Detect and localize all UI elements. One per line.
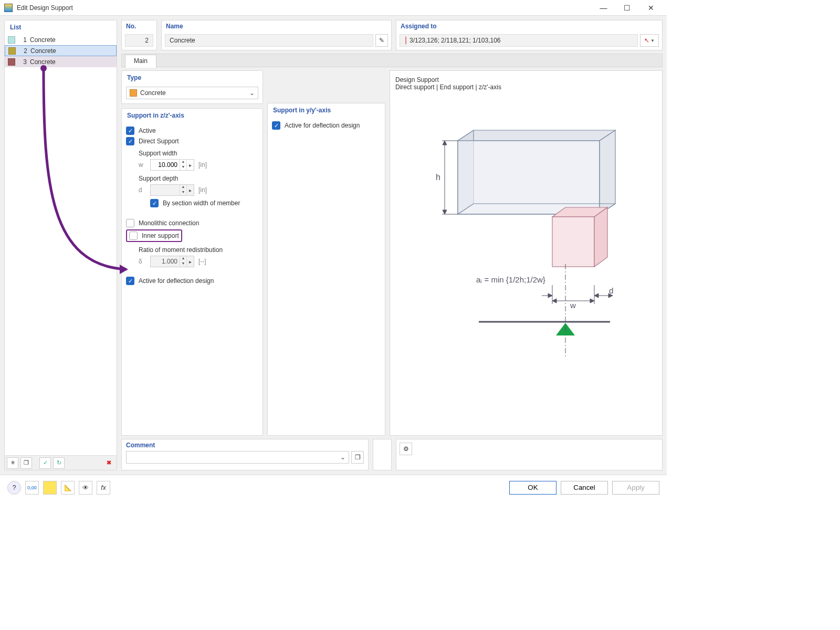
swatch-icon — [130, 89, 137, 97]
copy-item-button[interactable]: ❐ — [20, 457, 32, 469]
zz-panel: Support in z/z'-axis ✓ Active ✓ Direct S… — [121, 108, 263, 436]
svg-rect-2 — [458, 141, 600, 214]
checkbox-icon — [126, 219, 134, 227]
w-symbol: w — [139, 161, 146, 169]
list-label: Concrete — [30, 58, 56, 66]
assigned-value: 3/123,126; 2/118,121; 1/103,106 — [410, 37, 501, 44]
tab-main[interactable]: Main — [125, 55, 156, 68]
member-icon: ⎮ — [404, 37, 407, 44]
comment-list-button[interactable]: ❐ — [351, 451, 364, 464]
cursor-icon: ↖ — [644, 37, 649, 44]
preview-buttons-panel: ⚙ — [396, 439, 663, 470]
svg-marker-0 — [458, 130, 615, 141]
ratio-row: δ ▲▼ ▸ [--] — [139, 256, 258, 267]
by-section-checkbox[interactable]: ✓ By section width of member — [150, 199, 258, 207]
svg-marker-15 — [590, 299, 594, 303]
chevron-down-icon: ⌄ — [340, 454, 345, 461]
delete-button[interactable]: ✖ — [103, 457, 114, 469]
side-square — [373, 439, 392, 470]
preview-diagram: h aᵢ = min {1/2h;1/2w} — [395, 91, 657, 364]
swatch-icon — [8, 58, 15, 66]
preview-panel: Design Support Direct support | End supp… — [390, 70, 663, 436]
left-column: List 1 Concrete 2 Concrete 3 Concrete — [4, 20, 117, 470]
h-label: h — [436, 173, 440, 182]
support-width-row: w ▲▼ ▸ [in] — [139, 159, 258, 171]
list-title: List — [5, 20, 117, 34]
ratio-input: ▲▼ ▸ — [150, 256, 194, 267]
refresh-button[interactable]: ↻ — [53, 457, 65, 469]
active-deflection-zz-checkbox[interactable]: ✓ Active for deflection design — [126, 277, 258, 285]
header-row: No. 2 Name Concrete ✎ Assigned to ⎮ 3/12… — [121, 20, 663, 50]
app-icon — [4, 4, 13, 12]
zz-title: Support in z/z'-axis — [122, 109, 262, 122]
apply-button[interactable]: Apply — [612, 481, 659, 495]
list-item[interactable]: 2 Concrete — [5, 45, 117, 56]
cancel-button[interactable]: Cancel — [561, 481, 608, 495]
pick-button[interactable]: ↖ ▼ — [640, 34, 659, 47]
form-mid-column: Support in y/y'-axis ✓ Active for deflec… — [267, 70, 385, 436]
support-depth-row: d ▲▼ ▸ [in] — [139, 184, 258, 196]
assigned-input[interactable]: ⎮ 3/123,126; 2/118,121; 1/103,106 — [400, 34, 638, 47]
preview-settings-button[interactable]: ⚙ — [400, 443, 412, 455]
more-button: ▸ — [186, 256, 194, 267]
list-panel: List 1 Concrete 2 Concrete 3 Concrete — [4, 20, 117, 470]
yy-active-defl-label: Active for deflection design — [285, 122, 360, 129]
list-label: Concrete — [30, 47, 56, 55]
edit-name-button[interactable]: ✎ — [375, 34, 388, 47]
list-num: 2 — [19, 47, 27, 55]
direct-label: Direct Support — [139, 138, 179, 145]
support-depth-label: Support depth — [139, 175, 258, 182]
inner-support-checkbox[interactable]: Inner support — [129, 232, 179, 240]
list-body: 1 Concrete 2 Concrete 3 Concrete — [5, 34, 117, 455]
delta-value — [151, 258, 180, 265]
form-left-column: Type Concrete ⌄ Support in z/z'-axis ✓ — [121, 70, 263, 436]
content-area: List 1 Concrete 2 Concrete 3 Concrete — [0, 16, 667, 475]
monolithic-checkbox[interactable]: Monolithic connection — [126, 219, 258, 227]
axis-button[interactable]: 📐 — [61, 481, 75, 495]
main-row: Type Concrete ⌄ Support in z/z'-axis ✓ — [121, 70, 663, 436]
fx-button[interactable]: fx — [97, 481, 110, 495]
ok-button[interactable]: OK — [509, 481, 556, 495]
no-value: 2 — [125, 34, 153, 47]
close-button[interactable]: ✕ — [639, 0, 663, 16]
ratio-label: Ratio of moment redistribution — [139, 246, 258, 254]
minimize-button[interactable]: — — [592, 0, 615, 16]
swatch-icon — [8, 47, 16, 55]
active-defl-label: Active for deflection design — [139, 277, 214, 285]
type-title: Type — [122, 71, 262, 85]
svg-marker-10 — [443, 210, 447, 214]
name-input[interactable]: Concrete — [165, 34, 373, 47]
svg-rect-6 — [552, 217, 594, 267]
direct-support-checkbox[interactable]: ✓ Direct Support — [126, 137, 258, 145]
svg-marker-22 — [548, 293, 552, 298]
check-button[interactable]: ✓ — [39, 457, 51, 469]
swatch-icon — [8, 36, 15, 44]
d-value — [151, 186, 180, 194]
support-width-input[interactable]: ▲▼ ▸ — [150, 159, 194, 171]
yy-panel: Support in y/y'-axis ✓ Active for deflec… — [267, 103, 385, 436]
comment-input[interactable]: ⌄ — [126, 451, 349, 464]
units-button[interactable]: 0,00 — [25, 481, 39, 495]
no-label: No. — [122, 20, 156, 32]
help-button[interactable]: ? — [7, 481, 21, 495]
color-button[interactable] — [43, 481, 57, 495]
active-deflection-yy-checkbox[interactable]: ✓ Active for deflection design — [272, 121, 381, 130]
more-button[interactable]: ▸ — [186, 160, 194, 170]
preview-subtitle: Direct support | End support | z/z'-axis — [395, 83, 657, 91]
name-panel: Name Concrete ✎ — [161, 20, 392, 50]
w-value[interactable] — [151, 161, 180, 169]
list-item[interactable]: 1 Concrete — [5, 34, 117, 45]
inner-support-highlight: Inner support — [126, 229, 182, 242]
svg-marker-7 — [594, 207, 607, 267]
new-item-button[interactable]: ✳ — [7, 457, 18, 469]
list-item[interactable]: 3 Concrete — [5, 56, 117, 67]
w-label: w — [570, 301, 576, 310]
by-section-label: By section width of member — [163, 200, 240, 207]
list-num: 1 — [18, 36, 27, 44]
active-checkbox[interactable]: ✓ Active — [126, 127, 258, 135]
maximize-button[interactable]: ☐ — [615, 0, 639, 16]
comment-panel: Comment ⌄ ❐ — [121, 439, 369, 470]
titlebar: Edit Design Support — ☐ ✕ — [0, 0, 667, 16]
type-combo[interactable]: Concrete ⌄ — [126, 87, 258, 99]
view-button[interactable]: 👁 — [79, 481, 92, 495]
